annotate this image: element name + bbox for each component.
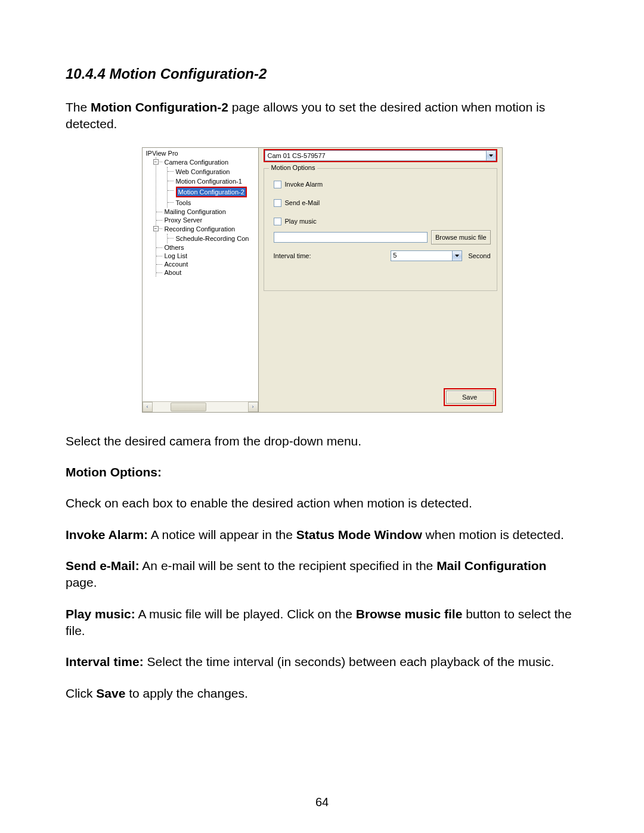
camera-select-value: Cam 01 CS-579577 — [265, 150, 486, 161]
section-heading: 10.4.4 Motion Configuration-2 — [66, 66, 578, 82]
tree-account[interactable]: Account — [156, 260, 258, 268]
send-email-label: Send e-Mail — [285, 199, 320, 206]
play-b2: Browse music file — [356, 607, 463, 621]
tree-motion-config-2[interactable]: Motion Configuration-2 — [168, 186, 258, 198]
intro-paragraph: The Motion Configuration-2 page allows y… — [66, 99, 578, 133]
interval-time-label: Interval time: — [274, 252, 311, 259]
play-b: Play music: — [66, 607, 135, 621]
camera-select-dropdown-button[interactable] — [486, 150, 496, 161]
document-page: 10.4.4 Motion Configuration-2 The Motion… — [0, 0, 644, 833]
p-check-each-box: Check on each box to enable the desired … — [66, 495, 578, 512]
tree-recording-config[interactable]: − Recording Configuration — [156, 224, 258, 234]
intro-pre: The — [66, 100, 91, 114]
interval-time-select[interactable]: 5 — [391, 250, 462, 261]
sendmail-t1: An e-mail will be sent to the recipient … — [140, 559, 436, 572]
tree-horizontal-scrollbar[interactable]: ‹ › — [143, 401, 258, 412]
tree-schedule-recording[interactable]: Schedule-Recording Con — [168, 234, 258, 243]
expander-icon[interactable]: − — [153, 159, 159, 165]
tree-camera-config-label: Camera Configuration — [165, 159, 229, 166]
play-music-label: Play music — [285, 218, 317, 225]
tree-recording-config-label: Recording Configuration — [165, 225, 236, 233]
tree-others[interactable]: Others — [156, 243, 258, 252]
intro-bold: Motion Configuration-2 — [91, 100, 228, 114]
music-file-input[interactable] — [274, 232, 428, 243]
scroll-right-button[interactable]: › — [248, 402, 258, 412]
tree-web-config[interactable]: Web Configuration — [168, 167, 258, 176]
config-tree[interactable]: IPView Pro − Camera Configuration Web Co… — [143, 148, 258, 401]
tree-root[interactable]: IPView Pro — [145, 149, 258, 157]
tree-tools[interactable]: Tools — [168, 198, 258, 208]
browse-music-button[interactable]: Browse music file — [431, 230, 491, 244]
save-pre: Click — [66, 686, 96, 700]
p-click-save: Click Save to apply the changes. — [66, 685, 578, 702]
invoke-alarm-label: Invoke Alarm — [285, 181, 323, 188]
p-send-email: Send e-Mail: An e-mail will be sent to t… — [66, 558, 578, 592]
tree-mailing-config[interactable]: Mailing Configuration — [156, 208, 258, 216]
invoke-alarm-checkbox[interactable] — [274, 181, 281, 188]
svg-marker-0 — [489, 154, 493, 157]
sendmail-t2: page. — [66, 575, 97, 589]
p-invoke-alarm: Invoke Alarm: A notice will appear in th… — [66, 527, 578, 543]
motion-options-heading: Motion Options: — [66, 464, 578, 481]
interval-t: Select the time interval (in seconds) be… — [144, 655, 555, 668]
sendmail-b: Send e-Mail: — [66, 559, 140, 572]
expander-icon[interactable]: − — [153, 226, 159, 231]
invoke-b2: Status Mode Window — [296, 528, 422, 541]
invoke-t2: when motion is detected. — [422, 528, 564, 541]
sendmail-b2: Mail Configuration — [436, 559, 546, 572]
groupbox-title: Motion Options — [269, 164, 318, 171]
tree-log-list[interactable]: Log List — [156, 252, 258, 260]
play-t1: A music file will be played. Click on th… — [135, 607, 356, 621]
play-music-checkbox[interactable] — [274, 218, 281, 225]
interval-unit-label: Second — [468, 252, 490, 259]
camera-select[interactable]: Cam 01 CS-579577 — [264, 149, 497, 162]
settings-panel: Cam 01 CS-579577 Motion Options Invoke A… — [259, 148, 502, 412]
save-b: Save — [96, 686, 125, 700]
interval-time-value[interactable]: 5 — [391, 250, 452, 261]
interval-b: Interval time: — [66, 655, 144, 668]
save-post: to apply the changes. — [125, 686, 247, 700]
page-number: 64 — [0, 795, 644, 809]
chevron-down-icon — [489, 154, 493, 157]
scroll-thumb[interactable] — [171, 402, 206, 411]
invoke-t1: A notice will appear in the — [148, 528, 296, 541]
p-select-camera: Select the desired camera from the drop-… — [66, 433, 578, 450]
save-button[interactable]: Save — [446, 391, 494, 404]
chevron-down-icon — [455, 255, 459, 257]
config-tree-panel: IPView Pro − Camera Configuration Web Co… — [143, 148, 259, 412]
p-interval-time: Interval time: Select the time interval … — [66, 654, 578, 670]
tree-motion-config-2-label: Motion Configuration-2 — [177, 188, 246, 196]
svg-marker-1 — [455, 255, 459, 257]
motion-options-heading-text: Motion Options: — [66, 465, 162, 479]
save-button-highlight: Save — [444, 388, 496, 406]
p-play-music: Play music: A music file will be played.… — [66, 606, 578, 640]
scroll-left-button[interactable]: ‹ — [143, 402, 153, 412]
interval-dropdown-button[interactable] — [452, 250, 462, 261]
ipview-window: IPView Pro − Camera Configuration Web Co… — [142, 147, 503, 413]
motion-options-groupbox: Motion Options Invoke Alarm Send e-Mail … — [264, 168, 497, 291]
scroll-track[interactable] — [153, 402, 248, 412]
tree-motion-config-1[interactable]: Motion Configuration-1 — [168, 176, 258, 186]
tree-about[interactable]: About — [156, 268, 258, 277]
invoke-b: Invoke Alarm: — [66, 528, 148, 541]
send-email-checkbox[interactable] — [274, 199, 281, 207]
tree-camera-config[interactable]: − Camera Configuration — [156, 157, 258, 167]
tree-proxy-server[interactable]: Proxy Server — [156, 216, 258, 224]
